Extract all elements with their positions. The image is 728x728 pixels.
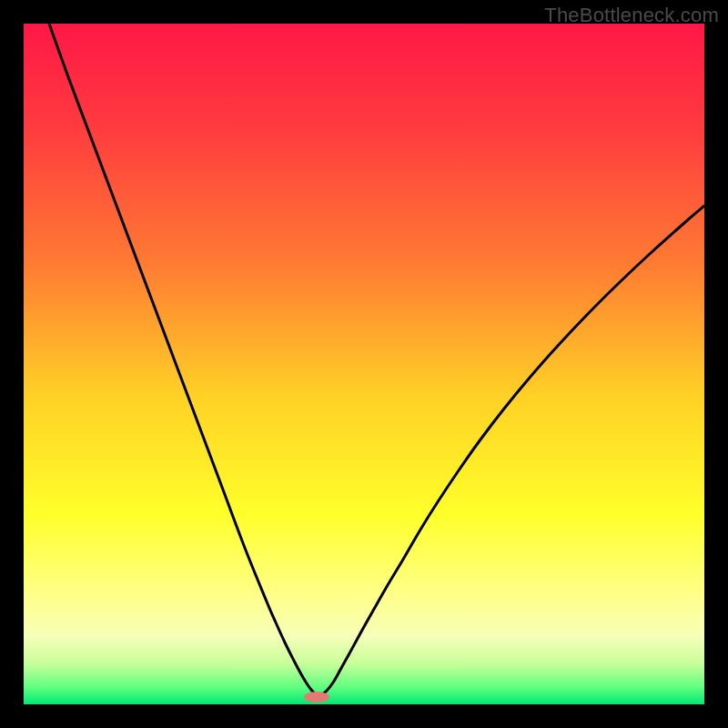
chart-background [24, 24, 704, 704]
min-marker [304, 692, 329, 703]
chart-svg [24, 24, 704, 704]
chart-frame [24, 24, 704, 704]
watermark: TheBottleneck.com [544, 4, 719, 27]
